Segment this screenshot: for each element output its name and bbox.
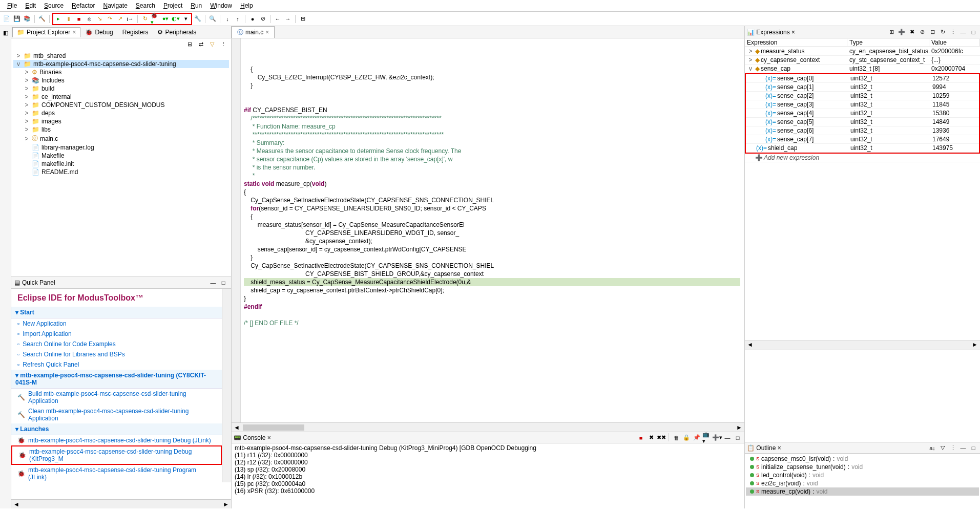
terminate-icon[interactable]: ■ [74,14,84,24]
expr-row[interactable]: >◆ cy_capsense_contextcy_stc_capsense_co… [745,56,980,65]
qp-start-section[interactable]: ▾ Start [11,307,222,318]
qp-link[interactable]: ▫Import Application [11,329,222,339]
console-output[interactable]: mtb-example-psoc4-msc-capsense-csd-slide… [232,443,744,508]
step-into-icon[interactable]: ↘ [95,14,104,24]
qp-link[interactable]: ▫New Application [11,318,222,329]
tree-item[interactable]: >ⓒmain.c [13,134,229,143]
new-icon[interactable]: 📄 [2,14,11,24]
qp-link[interactable]: 🔨Clean mtb-example-psoc4-msc-capsense-cs… [11,406,222,423]
step-return-icon[interactable]: ↗ [115,14,124,24]
qp-link[interactable]: ▫Search Online for Code Examples [11,339,222,349]
collapse-all-icon[interactable]: ⊟ [185,39,194,49]
menu-edit[interactable]: Edit [22,1,39,10]
next-ann-icon[interactable]: ↓ [223,14,232,24]
qp-max-icon[interactable]: □ [219,278,228,287]
saveall-icon[interactable]: 📚 [23,14,32,24]
skip-bp-icon[interactable]: ⊘ [258,14,267,24]
qp-launch[interactable]: 🐞mtb-example-psoc4-msc-capsense-csd-slid… [11,445,222,465]
tree-item[interactable]: >📁deps [13,109,229,117]
restore-icon[interactable]: ◧ [1,28,10,37]
ext-tools-icon[interactable]: 🔧 [193,14,202,24]
con-scroll-icon[interactable]: 🔒 [682,433,691,442]
tree-item[interactable]: >📁libs [13,125,229,134]
restart-icon[interactable]: ↻ [140,14,150,24]
con-pin-icon[interactable]: 📌 [692,433,701,442]
menu-window[interactable]: Window [207,1,235,10]
menu-file[interactable]: File [4,1,20,10]
disconnect-icon[interactable]: ⎋ [85,14,94,24]
qp-scrollbar[interactable] [222,289,231,482]
expr-row[interactable]: (x)= sense_cap[4]uint32_t15380 [746,109,979,118]
expr-row[interactable]: v◆ sense_capuint32_t [8]0x20000704 [745,65,980,73]
expr-row[interactable]: (x)= sense_cap[1]uint32_t9994 [746,83,979,92]
tree-item[interactable]: 📄README.md [13,168,229,176]
con-removeall-icon[interactable]: ✖✖ [657,433,666,442]
code-editor[interactable]: { Cy_SCB_EZI2C_Interrupt(CYBSP_EZI2C_HW,… [232,38,744,422]
menu-navigate[interactable]: Navigate [100,1,130,10]
step-over-icon[interactable]: ↷ [105,14,114,24]
run-icon[interactable]: ●▾ [161,14,170,24]
expr-tree-icon[interactable]: ⊞ [887,28,896,37]
filter-icon[interactable]: ▽ [207,39,217,49]
prev-ann-icon[interactable]: ↑ [233,14,242,24]
con-clear-icon[interactable]: 🗑 [672,433,681,442]
ol-max-icon[interactable]: □ [969,443,978,453]
debug-icon[interactable]: 🐞▾ [151,14,160,24]
qp-project-section[interactable]: ▾ mtb-example-psoc4-msc-capsense-csd-sli… [11,370,222,389]
profile-icon[interactable]: ▾ [181,14,191,24]
con-min-icon[interactable]: — [723,433,732,442]
menu-search[interactable]: Search [133,1,158,10]
tree-item[interactable]: 📄Makefile [13,152,229,160]
editor-tab-main[interactable]: ⓒ main.c × [232,26,275,38]
menu-source[interactable]: Source [41,1,67,10]
expr-max-icon[interactable]: □ [969,28,978,37]
tree-item[interactable]: 📄makefile.init [13,160,229,168]
ol-min-icon[interactable]: — [958,443,968,453]
tree-item[interactable]: >📁ce_internal [13,93,229,101]
tree-item[interactable]: v📁mtb-example-psoc4-msc-capsense-csd-sli… [13,60,229,68]
tab-project-explorer[interactable]: 📁Project Explorer × [12,27,80,37]
qp-launch[interactable]: 🐞mtb-example-psoc4-msc-capsense-csd-slid… [11,465,222,482]
console-tab[interactable]: 📟 Console × [234,434,271,441]
coverage-icon[interactable]: ◐▾ [171,14,180,24]
tree-item[interactable]: >⚙Binaries [13,68,229,76]
expressions-tab[interactable]: 📊 Expressions × [747,29,795,36]
menu-refactor[interactable]: Refactor [69,1,98,10]
back-icon[interactable]: ← [273,14,282,24]
outline-list[interactable]: S capsense_msc0_isr(void) : voidS initia… [745,454,980,508]
editor-hscroll[interactable]: ◄► [232,422,744,432]
expr-add[interactable]: ➕ Add new expression [745,154,980,162]
expr-row[interactable]: (x)= shield_capuint32_t143975 [746,144,979,153]
expr-row[interactable]: (x)= sense_cap[3]uint32_t11845 [746,100,979,109]
qp-link[interactable]: ▫Refresh Quick Panel [11,359,222,370]
tab-debug[interactable]: 🐞 Debug [80,27,117,37]
con-display-icon[interactable]: 📺▾ [702,433,712,442]
expr-removeall-icon[interactable]: ⊘ [918,28,927,37]
save-icon[interactable]: 💾 [12,14,22,24]
menu-project[interactable]: Project [160,1,185,10]
expressions-table[interactable]: Expression Type Value >◆ measure_statusc… [745,38,980,340]
suspend-icon[interactable]: ⏸ [64,14,73,24]
outline-tab[interactable]: 📋 Outline × [747,444,781,452]
tree-item[interactable]: >📁images [13,117,229,125]
outline-item[interactable]: S measure_cp(void) : void [746,487,979,496]
outline-item[interactable]: S led_control(void) : void [746,471,979,479]
expr-new-icon[interactable]: ➕ [897,28,906,37]
expr-row[interactable]: (x)= sense_cap[5]uint32_t14849 [746,118,979,126]
expr-row[interactable]: (x)= sense_cap[2]uint32_t10259 [746,92,979,100]
qp-launch[interactable]: 🐞mtb-example-psoc4-msc-capsense-csd-slid… [11,435,222,445]
expr-row[interactable]: (x)= sense_cap[7]uint32_t17649 [746,135,979,144]
outline-item[interactable]: S ezi2c_isr(void) : void [746,479,979,487]
perspective-icon[interactable]: ⊞ [298,14,307,24]
open-type-icon[interactable]: 🔍 [208,14,217,24]
tree-item[interactable]: >📁mtb_shared [13,52,229,60]
tree-item[interactable]: >📚Includes [13,76,229,84]
expr-hscroll[interactable]: ◄► [745,340,980,350]
build-icon[interactable]: 🔨 [37,14,47,24]
expr-min-icon[interactable]: — [958,28,968,37]
expr-row[interactable]: (x)= sense_cap[6]uint32_t13936 [746,126,979,135]
tree-item[interactable]: >📁COMPONENT_CUSTOM_DESIGN_MODUS [13,101,229,109]
link-editor-icon[interactable]: ⇄ [196,39,205,49]
con-max-icon[interactable]: □ [733,433,742,442]
project-tree[interactable]: >📁mtb_sharedv📁mtb-example-psoc4-msc-caps… [11,50,231,276]
